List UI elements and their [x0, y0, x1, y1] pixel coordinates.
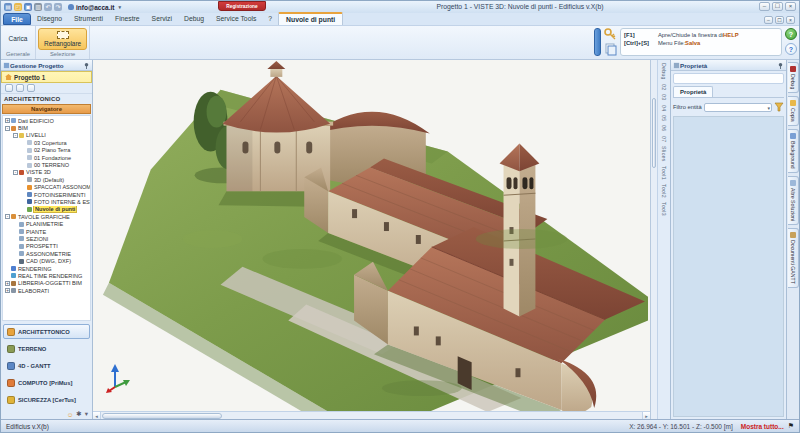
close-button[interactable]: × — [785, 2, 796, 11]
viewport-3d[interactable] — [93, 60, 650, 411]
trial-banner-button[interactable]: Registrazione — [218, 1, 266, 11]
navigator-header[interactable]: Navigatore — [2, 104, 91, 114]
tree-item[interactable]: 02 Piano Terra — [3, 147, 90, 154]
redo-icon[interactable]: ↷ — [54, 3, 62, 11]
tree-item[interactable]: + ELABORATI — [3, 287, 90, 294]
menu-tab[interactable]: Service Tools — [210, 13, 262, 25]
tree-item[interactable]: - BIM — [3, 124, 90, 131]
axis-gizmo[interactable] — [105, 363, 131, 393]
pin-icon[interactable] — [777, 62, 784, 69]
menu-tab[interactable]: Finestre — [109, 13, 146, 25]
notification-icon[interactable]: ✱ — [76, 410, 81, 418]
debug-strip-label[interactable]: Tool3 — [661, 202, 667, 216]
menu-tab[interactable]: Disegno — [31, 13, 68, 25]
debug-strip-label[interactable]: 06 — [661, 125, 667, 131]
side-tab[interactable]: Background — [788, 129, 799, 173]
minimize-button[interactable]: – — [759, 2, 770, 11]
maximize-button[interactable]: ☐ — [772, 2, 783, 11]
shortcut-keys-icon[interactable] — [604, 28, 617, 41]
menu-tab[interactable]: ? — [262, 13, 278, 25]
layers-icon[interactable] — [604, 43, 617, 56]
doc-minimize-button[interactable]: – — [764, 16, 773, 24]
debug-strip-label[interactable]: 07 — [661, 136, 667, 142]
undo-icon[interactable]: ↶ — [44, 3, 52, 11]
tree-item[interactable]: 01 Fondazione — [3, 154, 90, 161]
doc-close-button[interactable]: × — [786, 16, 795, 24]
vertical-scrollbar[interactable] — [651, 60, 658, 419]
debug-strip-label[interactable]: 02 — [661, 84, 667, 90]
account-label[interactable]: info@acca.it ▾ — [68, 4, 121, 11]
ribbon-scroll-handle[interactable] — [594, 28, 601, 56]
tree-item[interactable]: PIANTE — [3, 228, 90, 235]
tree-item[interactable]: SEZIONI — [3, 235, 90, 242]
tree-item[interactable]: 3D (Default) — [3, 176, 90, 183]
tree-expander[interactable]: + — [5, 288, 10, 293]
environment-button[interactable]: SICUREZZA [CerTus] — [3, 392, 90, 407]
horizontal-scrollbar[interactable]: ◂ ▸ — [93, 411, 650, 419]
menu-tab[interactable]: Debug — [178, 13, 210, 25]
assistant-icon[interactable]: ☺ — [67, 411, 74, 418]
tree-item[interactable]: RENDERING — [3, 265, 90, 272]
save-icon[interactable]: ▣ — [24, 3, 32, 11]
debug-strip-label[interactable]: Tool1 — [661, 166, 667, 180]
tree-tool-icon[interactable] — [27, 84, 35, 92]
project-row[interactable]: Progetto 1 — [1, 71, 92, 83]
tree-expander[interactable]: + — [5, 281, 10, 286]
info-button[interactable]: ? — [785, 43, 797, 55]
context-tab-nuvole-di-punti[interactable]: Nuvole di punti — [278, 12, 343, 25]
side-tab[interactable]: Documenti GANTT — [788, 228, 799, 288]
expand-icon[interactable]: ▾ — [85, 410, 88, 418]
debug-strip-label[interactable]: Debug — [661, 63, 667, 80]
debug-strip-label[interactable]: 03 — [661, 94, 667, 100]
print-icon[interactable]: ▥ — [34, 3, 42, 11]
tree-item[interactable]: + LIBRERIA-OGGETTI BIM — [3, 280, 90, 287]
tree-item[interactable]: Nuvole di punti — [3, 206, 90, 213]
tree-item[interactable]: 00 TERRENO — [3, 161, 90, 168]
tree-expander[interactable]: - — [5, 214, 10, 219]
tree-tool-icon[interactable] — [5, 84, 13, 92]
environment-button[interactable]: 4D - GANTT — [3, 358, 90, 373]
tab-proprieta[interactable]: Proprietà — [673, 86, 713, 97]
tree-item[interactable]: SPACCATI ASSONOMETRICI — [3, 184, 90, 191]
help-button[interactable]: ? — [785, 28, 797, 40]
tree-expander[interactable]: - — [13, 170, 18, 175]
environment-button[interactable]: COMPUTO [PriMus] — [3, 375, 90, 390]
funnel-icon[interactable] — [774, 102, 784, 112]
environment-button[interactable]: TERRENO — [3, 341, 90, 356]
ribbon-button[interactable]: Carica — [3, 32, 33, 45]
environment-button[interactable]: ARCHITETTONICO — [3, 324, 90, 339]
side-tab[interactable]: Debug — [788, 62, 799, 93]
pin-icon[interactable] — [83, 62, 90, 69]
tree-expander[interactable]: - — [13, 133, 18, 138]
status-alert[interactable]: Mostra tutto... — [741, 423, 784, 430]
tree-item[interactable]: PROSPETTI — [3, 243, 90, 250]
side-tab[interactable]: Copia — [788, 96, 799, 126]
filter-select[interactable] — [704, 103, 772, 112]
open-folder-icon[interactable]: ◰ — [14, 3, 22, 11]
file-menu-button[interactable]: File — [3, 13, 31, 25]
side-tab[interactable]: Altre Soluzioni — [788, 176, 799, 225]
doc-restore-button[interactable]: ☐ — [775, 16, 784, 24]
tree-item[interactable]: ASSONOMETRIE — [3, 250, 90, 257]
tree-item[interactable]: 03 Copertura — [3, 139, 90, 146]
menu-tab[interactable]: Strumenti — [68, 13, 109, 25]
tree-tool-icon[interactable] — [16, 84, 24, 92]
tree-item[interactable]: CAD (DWG, DXF) — [3, 257, 90, 264]
ribbon-button[interactable]: Rettangolare — [38, 28, 87, 50]
menu-tab[interactable]: Servizi — [146, 13, 178, 25]
tree-item[interactable]: - VISTE 3D — [3, 169, 90, 176]
tree-item[interactable]: REAL TIME RENDERING — [3, 272, 90, 279]
debug-strip-label[interactable]: 05 — [661, 115, 667, 121]
tree-expander[interactable]: - — [5, 126, 10, 131]
new-document-icon[interactable]: ▤ — [4, 3, 12, 11]
point-cloud-church-model[interactable] — [93, 60, 650, 411]
tree-item[interactable]: PLANIMETRIE — [3, 220, 90, 227]
debug-strip-label[interactable]: 04 — [661, 105, 667, 111]
tree-item[interactable]: FOTOINSERIMENTI — [3, 191, 90, 198]
tree-item[interactable]: - TAVOLE GRAFICHE — [3, 213, 90, 220]
tree-expander[interactable]: + — [5, 118, 10, 123]
tree-item[interactable]: FOTO INTERNE & ESTERNE — [3, 198, 90, 205]
vscroll-thumb[interactable] — [652, 98, 656, 168]
debug-strip-label[interactable]: Tool2 — [661, 184, 667, 198]
tree-item[interactable]: - LIVELLI — [3, 132, 90, 139]
